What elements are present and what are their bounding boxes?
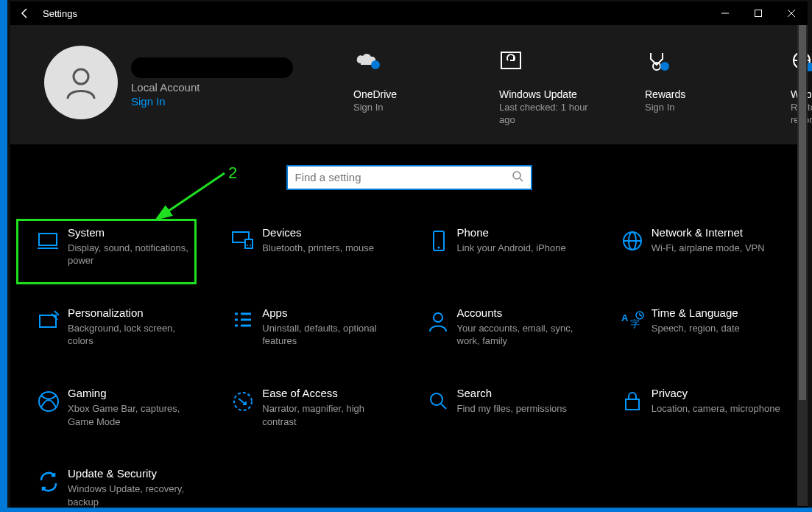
tile-time-language[interactable]: A字 Time & LanguageSpeech, region, date [607, 304, 794, 351]
network-icon [613, 226, 652, 267]
svg-line-12 [520, 178, 523, 181]
status-title: Windows Update [499, 88, 595, 100]
svg-rect-16 [245, 239, 253, 248]
tile-sub: Windows Update, recovery, backup [68, 483, 200, 508]
time-language-icon: A字 [613, 306, 652, 348]
account-type-label: Local Account [131, 81, 293, 94]
update-security-icon [29, 467, 68, 508]
rewards-icon [645, 50, 741, 81]
tile-title: System [68, 226, 200, 239]
tile-accounts[interactable]: AccountsYour accounts, email, sync, work… [413, 304, 600, 351]
status-title: OneDrive [353, 88, 449, 100]
window-title: Settings [43, 8, 77, 19]
gaming-icon [29, 387, 68, 428]
personalization-icon [29, 306, 68, 348]
system-icon [29, 226, 68, 267]
svg-rect-24 [40, 315, 56, 327]
tile-sub: Speech, region, date [652, 322, 740, 335]
search-input[interactable] [295, 171, 512, 183]
tile-title: Gaming [68, 387, 200, 399]
svg-rect-1 [755, 10, 761, 17]
svg-point-2 [74, 69, 88, 84]
svg-point-6 [660, 62, 669, 71]
search-box[interactable] [286, 165, 532, 190]
svg-line-36 [640, 315, 642, 316]
tile-ease-of-access[interactable]: Ease of AccessNarrator, magnifier, high … [218, 384, 405, 431]
accounts-icon [419, 306, 457, 348]
svg-point-31 [434, 313, 442, 322]
close-button[interactable] [774, 1, 808, 25]
tile-search[interactable]: SearchFind my files, permissions [413, 384, 600, 431]
settings-grid: SystemDisplay, sound, notifications, pow… [10, 190, 808, 511]
svg-point-37 [39, 392, 58, 411]
tile-sub: Xbox Game Bar, captures, Game Mode [68, 402, 200, 428]
svg-point-17 [247, 245, 248, 246]
tile-update-security[interactable]: Update & SecurityWindows Update, recover… [24, 464, 211, 511]
tile-title: Update & Security [68, 467, 200, 480]
maximize-button[interactable] [741, 1, 774, 25]
sign-in-link[interactable]: Sign In [131, 95, 293, 108]
tile-sub: Link your Android, iPhone [457, 242, 566, 255]
status-title: Rewards [645, 88, 741, 100]
avatar[interactable] [44, 46, 118, 119]
minimize-button[interactable] [708, 1, 741, 25]
tile-title: Network & Internet [652, 226, 765, 239]
tile-title: Personalization [68, 306, 200, 319]
tile-title: Devices [262, 226, 374, 239]
svg-line-40 [441, 404, 446, 409]
tile-sub: Location, camera, microphone [652, 402, 780, 415]
content-area: SystemDisplay, sound, notifications, pow… [10, 144, 808, 511]
header-strip: Local Account Sign In OneDrive Sign In W… [10, 25, 808, 144]
apps-icon [224, 306, 262, 348]
tile-network[interactable]: Network & InternetWi-Fi, airplane mode, … [607, 223, 794, 270]
svg-text:A: A [621, 312, 629, 323]
phone-icon [419, 226, 457, 267]
tile-title: Apps [262, 306, 395, 319]
status-windows-update[interactable]: Windows Update Last checked: 1 hour ago [499, 50, 595, 127]
status-sub: Sign In [353, 102, 449, 114]
svg-point-3 [371, 60, 380, 69]
tile-sub: Display, sound, notifications, power [68, 242, 200, 267]
tile-title: Search [457, 387, 568, 399]
tile-privacy[interactable]: PrivacyLocation, camera, microphone [607, 384, 794, 431]
tile-system[interactable]: SystemDisplay, sound, notifications, pow… [24, 223, 211, 270]
tile-gaming[interactable]: GamingXbox Game Bar, captures, Game Mode [24, 384, 211, 431]
user-name-redacted [131, 57, 293, 78]
tile-sub: Background, lock screen, colors [68, 322, 200, 348]
onedrive-icon [353, 50, 449, 81]
tile-title: Ease of Access [262, 387, 395, 399]
back-button[interactable] [10, 1, 40, 25]
tile-sub: Find my files, permissions [457, 402, 568, 415]
tile-title: Phone [457, 226, 566, 239]
tile-sub: Narrator, magnifier, high contrast [262, 402, 395, 428]
svg-point-18 [250, 245, 251, 246]
tile-sub: Wi-Fi, airplane mode, VPN [652, 242, 765, 255]
user-block: Local Account Sign In [44, 46, 324, 119]
tile-personalization[interactable]: PersonalizationBackground, lock screen, … [24, 304, 211, 351]
settings-window: Settings Local Account Sign In OneDrive [10, 1, 808, 506]
privacy-icon [613, 387, 652, 428]
status-sub: Last checked: 1 hour ago [499, 102, 595, 127]
status-onedrive[interactable]: OneDrive Sign In [353, 50, 449, 127]
tile-apps[interactable]: AppsUninstall, defaults, optional featur… [218, 304, 405, 351]
tile-devices[interactable]: DevicesBluetooth, printers, mouse [218, 223, 405, 270]
svg-rect-13 [39, 234, 57, 245]
status-rewards[interactable]: Rewards Sign In [645, 50, 741, 127]
tile-sub: Your accounts, email, sync, work, family [457, 322, 590, 348]
ease-of-access-icon [224, 387, 262, 428]
search-category-icon [419, 387, 457, 428]
titlebar: Settings [10, 1, 808, 25]
status-sub: Sign In [645, 102, 741, 114]
scrollbar[interactable] [797, 25, 808, 506]
svg-point-5 [653, 63, 660, 70]
scrollbar-thumb[interactable] [799, 25, 806, 400]
devices-icon [224, 226, 262, 267]
svg-point-11 [513, 172, 520, 179]
svg-rect-41 [626, 399, 639, 410]
tile-title: Time & Language [652, 306, 740, 319]
svg-point-20 [437, 246, 439, 248]
tile-sub: Bluetooth, printers, mouse [262, 242, 374, 255]
svg-text:字: 字 [630, 318, 640, 329]
tile-title: Accounts [457, 306, 590, 319]
tile-phone[interactable]: PhoneLink your Android, iPhone [413, 223, 600, 270]
